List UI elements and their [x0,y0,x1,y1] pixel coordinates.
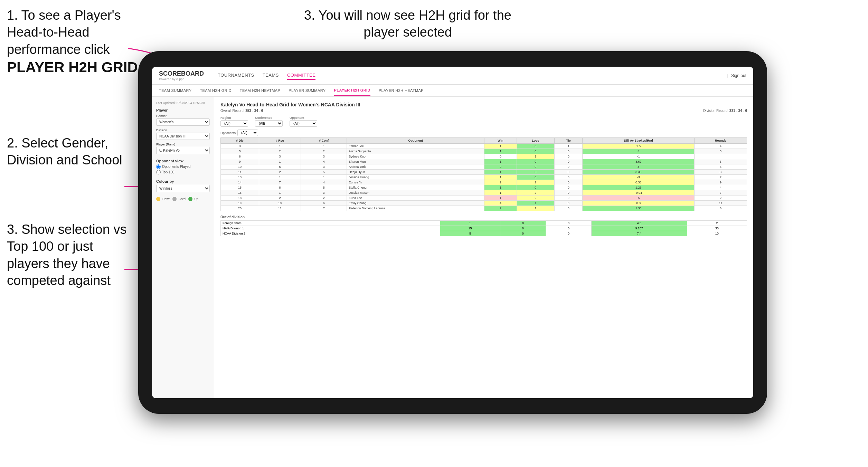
instruction-top-right: 3. You will now see H2H grid for the pla… [304,7,511,41]
nav-teams[interactable]: TEAMS [263,71,279,80]
filter-region-select[interactable]: (All) [220,120,248,127]
sub-nav-team-h2h-heatmap[interactable]: TEAM H2H HEATMAP [240,86,280,95]
cell-opponent: Jessica Huang [347,175,484,180]
cell-reg: 2 [259,149,301,154]
cell-reg: 8 [259,185,301,190]
colour-by-section: Colour by Win/loss [156,179,210,192]
cell-win: 1 [484,196,517,201]
table-row: 15 8 5 Stella Cheng 1 0 0 1.25 4 [221,185,747,190]
cell-conf: 6 [301,201,347,206]
player-rank-label: Player (Rank) [156,143,210,146]
cell-win: 1 [484,190,517,196]
th-rounds: Rounds [695,138,747,144]
cell-conf: 7 [301,206,347,211]
left-sidebar: Last Updated: 27/03/2024 16:55:38 Player… [152,97,214,398]
out-table-row: NAIA Division 1 15 0 0 9.267 30 [221,226,747,231]
out-table-row: NCAA Division 2 5 0 0 7.4 10 [221,231,747,236]
tablet-screen: SCOREBOARD Powered by clippd TOURNAMENTS… [152,67,753,398]
filter-opponent-select[interactable]: (All) [290,120,317,127]
cell-loss: 0 [517,164,554,170]
nav-tournaments[interactable]: TOURNAMENTS [218,71,254,80]
cell-tie: 0 [554,159,582,164]
cell-opponent: Heejo Hyun [347,170,484,175]
sub-nav-player-h2h-grid[interactable]: PLAYER H2H GRID [334,85,370,96]
instruction-text-bot: 3. Show selection vs Top 100 or just pla… [7,222,126,288]
cell-opponent: Euna Lee [347,196,484,201]
th-loss: Loss [517,138,554,144]
right-content: Katelyn Vo Head-to-Head Grid for Women's… [214,97,753,398]
cell-diff: 1.25 [583,185,695,190]
sub-nav-team-h2h-grid[interactable]: TEAM H2H GRID [200,86,231,95]
opponent-radio-group: Opponents Played Top 100 [156,164,210,174]
legend-up-label: Up [195,197,199,201]
cell-diff: 3.67 [583,159,695,164]
cell-win: 1 [484,144,517,149]
nav-committee[interactable]: COMMITTEE [287,71,316,80]
filter-conference-select[interactable]: (All) [255,120,283,127]
cell-tie: 0 [554,201,582,206]
instruction-top-left: 1. To see a Player's Head-to-Head perfor… [7,7,152,77]
sub-nav-team-summary[interactable]: TEAM SUMMARY [159,86,191,95]
cell-tie: 0 [554,175,582,180]
colour-by-label: Colour by [156,179,210,183]
opponents-select[interactable]: (All) [237,130,258,136]
cell-div: 20 [221,206,259,211]
cell-loss: 1 [517,206,554,211]
radio-top100[interactable]: Top 100 [156,170,210,174]
cell-loss: 1 [517,154,554,159]
cell-win: 1 [484,175,517,180]
cell-reg: 6 [259,164,301,170]
table-row: 5 2 2 Alexis Sudjianto 1 0 0 4 3 [221,149,747,154]
cell-loss: 0 [517,175,554,180]
cell-opponent: Sydney Kuo [347,154,484,159]
cell-reg: 2 [259,170,301,175]
instruction-bold: PLAYER H2H GRID [7,59,138,75]
cell-rounds: 9 [695,180,747,185]
nav-bar: SCOREBOARD Powered by clippd TOURNAMENTS… [152,67,753,85]
cell-reg: 1 [259,175,301,180]
th-reg: # Reg [259,138,301,144]
out-cell-win: 1 [440,221,500,226]
out-cell-team: NAIA Division 1 [221,226,440,231]
out-table: Foreign Team 1 0 0 4.5 2 NAIA Division 1… [220,220,747,236]
radio-opponents-played[interactable]: Opponents Played [156,164,210,169]
sign-out-link[interactable]: Sign out [731,73,746,78]
out-cell-team: Foreign Team [221,221,440,226]
cell-conf: 3 [301,190,347,196]
cell-tie: 0 [554,196,582,201]
gender-select[interactable]: Women's [156,118,210,126]
cell-div: 5 [221,149,259,154]
cell-reg: 2 [259,196,301,201]
cell-diff: -5 [583,196,695,201]
out-cell-rounds: 30 [687,226,747,231]
sub-nav-player-summary[interactable]: PLAYER SUMMARY [289,86,326,95]
cell-div: 6 [221,154,259,159]
out-of-division: Out of division Foreign Team 1 0 0 4.5 2… [220,215,747,236]
cell-div: 9 [221,159,259,164]
cell-loss: 0 [517,144,554,149]
legend-down-dot [156,197,160,201]
cell-div: 19 [221,201,259,206]
out-cell-loss: 0 [500,221,546,226]
cell-loss: 2 [517,190,554,196]
cell-opponent: Eunice Yi [347,180,484,185]
cell-opponent: Stella Cheng [347,185,484,190]
cell-rounds [695,154,747,159]
colour-by-select[interactable]: Win/loss [156,185,210,192]
division-select[interactable]: NCAA Division III [156,133,210,140]
cell-rounds: 4 [695,185,747,190]
cell-win: 1 [484,159,517,164]
cell-div: 14 [221,180,259,185]
cell-win: 1 [484,170,517,175]
radio-top100-input[interactable] [156,170,161,174]
cell-tie: 0 [554,190,582,196]
sub-nav-player-h2h-heatmap[interactable]: PLAYER H2H HEATMAP [379,86,424,95]
th-diff: Diff Av Strokes/Rnd [583,138,695,144]
th-div: # Div [221,138,259,144]
opponent-view-label: Opponent view [156,159,210,163]
cell-rounds: 4 [695,144,747,149]
radio-opponents-input[interactable] [156,164,161,169]
cell-loss: 1 [517,201,554,206]
cell-conf: 2 [301,149,347,154]
player-rank-select[interactable]: 8. Katelyn Vo [156,147,210,154]
